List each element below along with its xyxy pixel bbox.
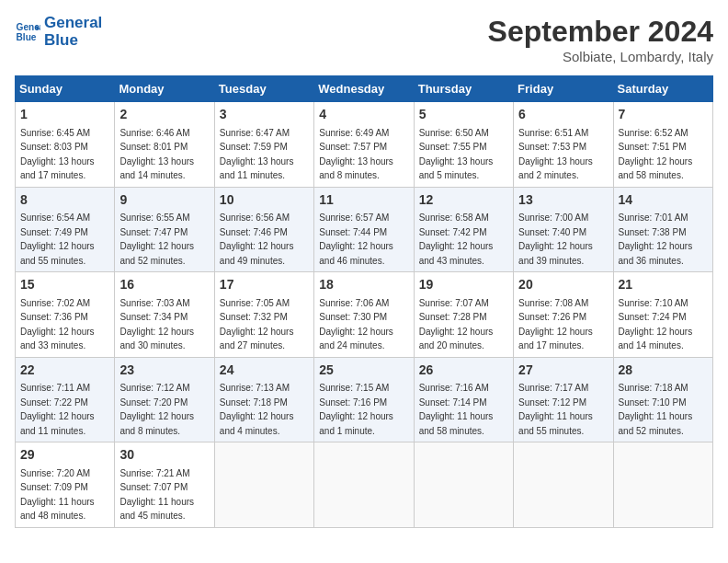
- calendar-cell: [214, 442, 313, 528]
- calendar-cell: [314, 442, 414, 528]
- day-number: 5: [419, 106, 508, 124]
- svg-text:Blue: Blue: [17, 32, 37, 42]
- day-info: Sunrise: 6:51 AM Sunset: 7:53 PM Dayligh…: [518, 128, 593, 181]
- day-number: 24: [220, 362, 309, 380]
- day-info: Sunrise: 6:58 AM Sunset: 7:42 PM Dayligh…: [419, 213, 494, 266]
- calendar-cell: [514, 442, 613, 528]
- day-info: Sunrise: 6:45 AM Sunset: 8:03 PM Dayligh…: [20, 128, 95, 181]
- calendar-cell: 3Sunrise: 6:47 AM Sunset: 7:59 PM Daylig…: [214, 102, 313, 188]
- day-number: 9: [119, 191, 209, 210]
- calendar-cell: 17Sunrise: 7:05 AM Sunset: 7:32 PM Dayli…: [214, 272, 313, 358]
- calendar-cell: 10Sunrise: 6:56 AM Sunset: 7:46 PM Dayli…: [214, 187, 313, 272]
- calendar-cell: 30Sunrise: 7:21 AM Sunset: 7:07 PM Dayli…: [115, 442, 214, 528]
- calendar-cell: 1Sunrise: 6:45 AM Sunset: 8:03 PM Daylig…: [16, 102, 115, 188]
- day-number: 26: [419, 362, 508, 380]
- col-header-saturday: Saturday: [613, 76, 712, 102]
- day-number: 11: [319, 191, 408, 210]
- calendar-cell: 27Sunrise: 7:17 AM Sunset: 7:12 PM Dayli…: [514, 357, 613, 442]
- calendar-cell: 14Sunrise: 7:01 AM Sunset: 7:38 PM Dayli…: [613, 187, 712, 272]
- logo: General Blue General Blue: [15, 15, 102, 49]
- calendar-cell: [613, 442, 712, 528]
- day-number: 21: [619, 276, 708, 294]
- day-info: Sunrise: 6:46 AM Sunset: 8:01 PM Dayligh…: [119, 128, 194, 181]
- day-info: Sunrise: 7:01 AM Sunset: 7:38 PM Dayligh…: [619, 213, 693, 266]
- day-info: Sunrise: 7:05 AM Sunset: 7:32 PM Dayligh…: [220, 298, 294, 351]
- title-block: September 2024 Solbiate, Lombardy, Italy: [488, 15, 713, 64]
- day-number: 18: [319, 276, 408, 294]
- calendar-cell: 2Sunrise: 6:46 AM Sunset: 8:01 PM Daylig…: [115, 102, 214, 188]
- day-info: Sunrise: 6:54 AM Sunset: 7:49 PM Dayligh…: [20, 213, 95, 266]
- day-number: 3: [220, 106, 309, 124]
- day-info: Sunrise: 7:15 AM Sunset: 7:16 PM Dayligh…: [319, 383, 393, 436]
- calendar-cell: [414, 442, 513, 528]
- col-header-friday: Friday: [514, 76, 613, 102]
- day-info: Sunrise: 7:17 AM Sunset: 7:12 PM Dayligh…: [518, 383, 593, 436]
- day-info: Sunrise: 7:18 AM Sunset: 7:10 PM Dayligh…: [619, 383, 693, 436]
- day-number: 7: [619, 106, 708, 124]
- day-info: Sunrise: 6:47 AM Sunset: 7:59 PM Dayligh…: [220, 128, 294, 181]
- calendar-table: SundayMondayTuesdayWednesdayThursdayFrid…: [15, 75, 713, 528]
- day-number: 8: [20, 191, 109, 210]
- calendar-cell: 23Sunrise: 7:12 AM Sunset: 7:20 PM Dayli…: [115, 357, 214, 442]
- calendar-cell: 29Sunrise: 7:20 AM Sunset: 7:09 PM Dayli…: [16, 442, 115, 528]
- day-info: Sunrise: 7:08 AM Sunset: 7:26 PM Dayligh…: [518, 298, 593, 351]
- day-number: 2: [119, 106, 209, 124]
- day-number: 13: [518, 191, 608, 210]
- day-info: Sunrise: 7:12 AM Sunset: 7:20 PM Dayligh…: [119, 383, 194, 436]
- calendar-cell: 18Sunrise: 7:06 AM Sunset: 7:30 PM Dayli…: [314, 272, 414, 358]
- day-info: Sunrise: 7:07 AM Sunset: 7:28 PM Dayligh…: [419, 298, 494, 351]
- day-info: Sunrise: 6:55 AM Sunset: 7:47 PM Dayligh…: [119, 213, 194, 266]
- day-info: Sunrise: 6:57 AM Sunset: 7:44 PM Dayligh…: [319, 213, 393, 266]
- day-number: 4: [319, 106, 408, 124]
- col-header-tuesday: Tuesday: [214, 76, 313, 102]
- day-number: 27: [518, 362, 608, 380]
- calendar-cell: 21Sunrise: 7:10 AM Sunset: 7:24 PM Dayli…: [613, 272, 712, 358]
- day-number: 16: [119, 276, 209, 294]
- calendar-cell: 25Sunrise: 7:15 AM Sunset: 7:16 PM Dayli…: [314, 357, 414, 442]
- day-number: 17: [220, 276, 309, 294]
- calendar-cell: 22Sunrise: 7:11 AM Sunset: 7:22 PM Dayli…: [16, 357, 115, 442]
- day-number: 22: [20, 362, 109, 380]
- calendar-cell: 9Sunrise: 6:55 AM Sunset: 7:47 PM Daylig…: [115, 187, 214, 272]
- month-title: September 2024: [488, 15, 713, 49]
- day-info: Sunrise: 6:56 AM Sunset: 7:46 PM Dayligh…: [220, 213, 294, 266]
- day-info: Sunrise: 7:02 AM Sunset: 7:36 PM Dayligh…: [20, 298, 95, 351]
- logo-icon: General Blue: [15, 19, 40, 45]
- day-number: 28: [619, 362, 708, 380]
- day-number: 10: [220, 191, 309, 210]
- calendar-cell: 16Sunrise: 7:03 AM Sunset: 7:34 PM Dayli…: [115, 272, 214, 358]
- day-info: Sunrise: 7:11 AM Sunset: 7:22 PM Dayligh…: [20, 383, 95, 436]
- day-number: 23: [119, 362, 209, 380]
- calendar-cell: 28Sunrise: 7:18 AM Sunset: 7:10 PM Dayli…: [613, 357, 712, 442]
- col-header-thursday: Thursday: [414, 76, 513, 102]
- day-number: 6: [518, 106, 608, 124]
- calendar-cell: 13Sunrise: 7:00 AM Sunset: 7:40 PM Dayli…: [514, 187, 613, 272]
- calendar-cell: 12Sunrise: 6:58 AM Sunset: 7:42 PM Dayli…: [414, 187, 513, 272]
- calendar-cell: 11Sunrise: 6:57 AM Sunset: 7:44 PM Dayli…: [314, 187, 414, 272]
- calendar-cell: 15Sunrise: 7:02 AM Sunset: 7:36 PM Dayli…: [16, 272, 115, 358]
- col-header-monday: Monday: [115, 76, 214, 102]
- day-info: Sunrise: 7:00 AM Sunset: 7:40 PM Dayligh…: [518, 213, 593, 266]
- calendar-cell: 19Sunrise: 7:07 AM Sunset: 7:28 PM Dayli…: [414, 272, 513, 358]
- col-header-wednesday: Wednesday: [314, 76, 414, 102]
- calendar-cell: 5Sunrise: 6:50 AM Sunset: 7:55 PM Daylig…: [414, 102, 513, 188]
- calendar-cell: 7Sunrise: 6:52 AM Sunset: 7:51 PM Daylig…: [613, 102, 712, 188]
- calendar-cell: 20Sunrise: 7:08 AM Sunset: 7:26 PM Dayli…: [514, 272, 613, 358]
- calendar-cell: 6Sunrise: 6:51 AM Sunset: 7:53 PM Daylig…: [514, 102, 613, 188]
- calendar-cell: 8Sunrise: 6:54 AM Sunset: 7:49 PM Daylig…: [16, 187, 115, 272]
- day-number: 19: [419, 276, 508, 294]
- day-info: Sunrise: 7:06 AM Sunset: 7:30 PM Dayligh…: [319, 298, 393, 351]
- page-header: General Blue General Blue September 2024…: [15, 15, 713, 64]
- day-number: 29: [20, 446, 109, 465]
- day-info: Sunrise: 7:21 AM Sunset: 7:07 PM Dayligh…: [119, 468, 194, 522]
- logo-general: General: [44, 15, 102, 32]
- day-number: 30: [119, 446, 209, 465]
- day-number: 12: [419, 191, 508, 210]
- day-number: 14: [619, 191, 708, 210]
- calendar-cell: 24Sunrise: 7:13 AM Sunset: 7:18 PM Dayli…: [214, 357, 313, 442]
- day-info: Sunrise: 7:16 AM Sunset: 7:14 PM Dayligh…: [419, 383, 494, 436]
- calendar-cell: 4Sunrise: 6:49 AM Sunset: 7:57 PM Daylig…: [314, 102, 414, 188]
- day-info: Sunrise: 7:10 AM Sunset: 7:24 PM Dayligh…: [619, 298, 693, 351]
- location-subtitle: Solbiate, Lombardy, Italy: [488, 49, 713, 64]
- day-number: 15: [20, 276, 109, 294]
